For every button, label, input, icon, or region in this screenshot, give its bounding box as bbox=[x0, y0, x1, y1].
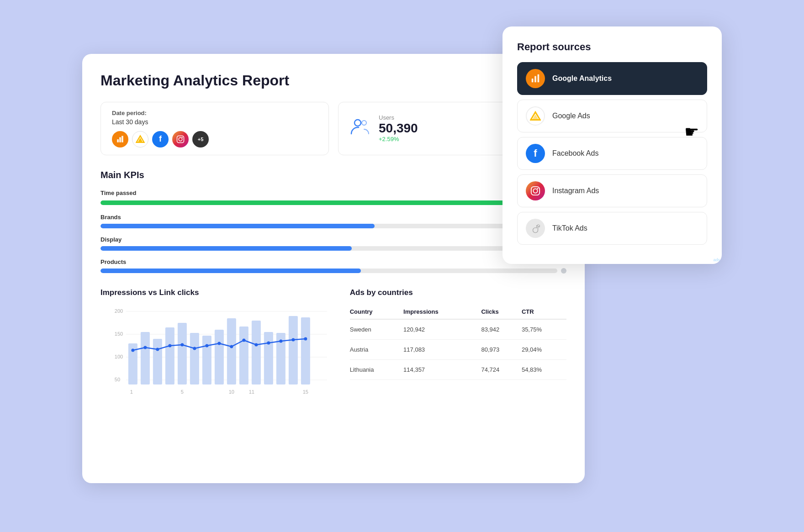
col-ctr: CTR bbox=[522, 305, 566, 319]
svg-rect-5 bbox=[177, 136, 184, 142]
bar-6 bbox=[190, 333, 199, 385]
source-name-ig: Instagram Ads bbox=[552, 187, 599, 195]
cell-lithuania-impressions: 114,357 bbox=[403, 359, 481, 379]
kpi-label-brands: Brands bbox=[100, 214, 566, 221]
top-info-row: Date period: Last 30 days bbox=[100, 102, 566, 155]
svg-rect-19 bbox=[531, 186, 540, 195]
bar-12 bbox=[264, 332, 273, 385]
dot-11 bbox=[254, 343, 258, 346]
cell-austria-clicks: 80,973 bbox=[481, 339, 521, 359]
kpi-dot-products bbox=[561, 268, 566, 274]
report-sources-panel: Report sources Google Analytics Google bbox=[503, 26, 722, 264]
bar-14 bbox=[289, 316, 298, 385]
x-label-11: 11 bbox=[249, 389, 254, 395]
source-logo-ig bbox=[526, 181, 545, 200]
bottom-row: Impressions vs Link clicks 200 150 100 5… bbox=[100, 288, 566, 396]
source-icon-ig[interactable] bbox=[172, 131, 189, 147]
svg-rect-14 bbox=[532, 79, 534, 82]
table-section: Ads by countries Country Impressions Cli… bbox=[350, 288, 566, 396]
source-name-ga: Google Analytics bbox=[552, 74, 612, 83]
svg-point-6 bbox=[179, 137, 182, 141]
kpi-bar-brands bbox=[100, 223, 566, 229]
source-item-instagram-ads[interactable]: Instagram Ads bbox=[517, 174, 707, 207]
y-label-100: 100 bbox=[115, 354, 123, 359]
svg-rect-15 bbox=[534, 76, 536, 82]
dot-9 bbox=[230, 345, 233, 348]
kpi-bar-display bbox=[100, 246, 566, 251]
source-icon-ga[interactable] bbox=[112, 131, 128, 147]
kpi-bg-brands bbox=[100, 224, 557, 228]
users-change: +2.59% bbox=[379, 136, 418, 142]
bar-3 bbox=[153, 339, 162, 385]
cell-sweden-clicks: 83,942 bbox=[481, 319, 521, 340]
cell-austria: Austria bbox=[350, 339, 403, 359]
kpi-label-products: Products bbox=[100, 258, 566, 265]
source-icon-fb[interactable]: f bbox=[152, 131, 169, 147]
dot-15 bbox=[304, 337, 307, 340]
kpi-bar-products bbox=[100, 268, 566, 274]
bar-4 bbox=[165, 327, 175, 385]
kpi-time-passed: Time passed ✓ bbox=[100, 190, 566, 206]
cell-lithuania-ctr: 54,83% bbox=[522, 359, 566, 379]
source-logo-ga bbox=[526, 69, 545, 88]
svg-point-20 bbox=[533, 189, 537, 193]
svg-rect-0 bbox=[117, 139, 119, 142]
kpi-label-time: Time passed bbox=[100, 190, 566, 196]
chart-area: 200 150 100 50 bbox=[100, 305, 339, 396]
svg-rect-16 bbox=[538, 74, 540, 82]
svg-point-8 bbox=[354, 120, 361, 126]
source-item-facebook-ads[interactable]: f ads Facebook Ads bbox=[517, 137, 707, 170]
svg-point-7 bbox=[182, 137, 183, 137]
svg-rect-2 bbox=[122, 136, 123, 142]
kpi-section: Main KPIs Time passed ✓ Brands bbox=[100, 170, 566, 274]
table-row: Lithuania 114,357 74,724 54,83% bbox=[350, 359, 566, 379]
bar-11 bbox=[252, 321, 261, 385]
cell-austria-ctr: 29,04% bbox=[522, 339, 566, 359]
y-label-150: 150 bbox=[115, 331, 123, 337]
source-logo-fb: f ads bbox=[526, 144, 545, 163]
cell-sweden: Sweden bbox=[350, 319, 403, 340]
col-country: Country bbox=[350, 305, 403, 319]
date-period-label: Date period: bbox=[112, 110, 317, 116]
x-label-10: 10 bbox=[229, 389, 234, 395]
kpi-fill-display bbox=[100, 246, 352, 251]
cell-austria-impressions: 117,083 bbox=[403, 339, 481, 359]
source-name-gads: Google Ads bbox=[552, 112, 590, 120]
dot-14 bbox=[291, 338, 295, 341]
source-item-tiktok-ads[interactable]: TikTok Ads bbox=[517, 212, 707, 245]
bar-9 bbox=[227, 318, 236, 385]
kpi-bg-time bbox=[100, 200, 557, 205]
bar-8 bbox=[215, 330, 224, 385]
bar-7 bbox=[202, 336, 212, 385]
cell-lithuania: Lithuania bbox=[350, 359, 403, 379]
chart-section: Impressions vs Link clicks 200 150 100 5… bbox=[100, 288, 339, 396]
source-icon-more[interactable]: +5 bbox=[192, 131, 209, 147]
kpi-title: Main KPIs bbox=[100, 170, 566, 180]
kpi-fill-brands bbox=[100, 224, 375, 228]
table-row: Sweden 120,942 83,942 35,75% bbox=[350, 319, 566, 340]
kpi-label-display: Display bbox=[100, 236, 566, 243]
dot-6 bbox=[193, 347, 196, 350]
dot-13 bbox=[279, 339, 282, 342]
kpi-products: Products bbox=[100, 258, 566, 274]
dot-2 bbox=[143, 346, 147, 349]
bar-2 bbox=[141, 332, 150, 385]
dot-3 bbox=[156, 348, 159, 351]
date-period-value: Last 30 days bbox=[112, 118, 317, 126]
source-logo-tt bbox=[526, 219, 545, 238]
source-icons-row: f +5 bbox=[112, 131, 317, 147]
bar-10 bbox=[239, 327, 249, 385]
source-item-google-ads[interactable]: Google Ads bbox=[517, 100, 707, 132]
kpi-fill-products bbox=[100, 269, 361, 273]
users-stats: Users 50,390 +2.59% bbox=[379, 114, 418, 142]
col-clicks: Clicks bbox=[481, 305, 521, 319]
x-label-1: 1 bbox=[130, 389, 133, 395]
source-logo-gads bbox=[526, 106, 545, 126]
dot-4 bbox=[168, 344, 171, 347]
source-name-tt: TikTok Ads bbox=[552, 224, 587, 232]
cell-sweden-impressions: 120,942 bbox=[403, 319, 481, 340]
source-icon-gads[interactable] bbox=[132, 131, 148, 147]
kpi-brands: Brands bbox=[100, 214, 566, 229]
source-item-google-analytics[interactable]: Google Analytics bbox=[517, 62, 707, 95]
users-label: Users bbox=[379, 114, 418, 121]
